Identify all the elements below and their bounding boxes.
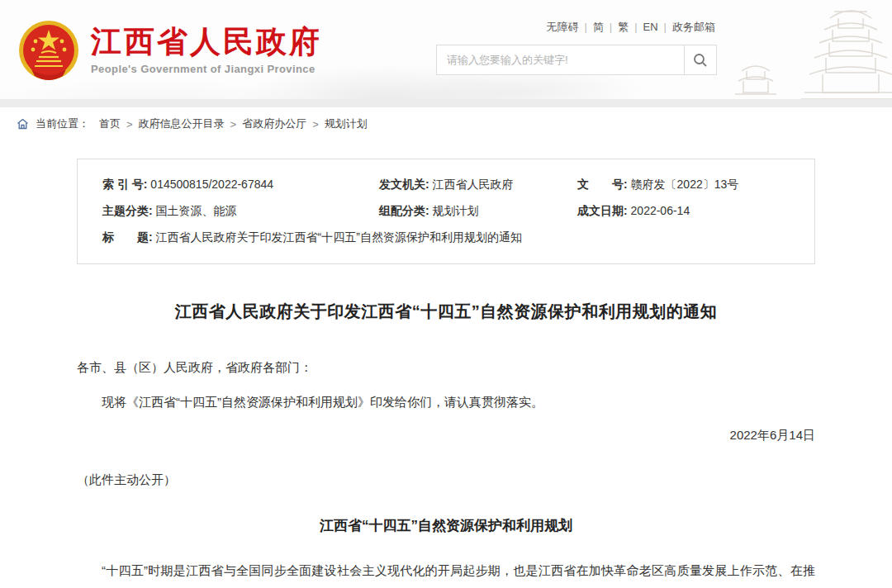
home-icon[interactable]: [17, 118, 29, 130]
pavilion-illustration-icon: [710, 0, 892, 99]
breadcrumb-plans[interactable]: 规划计划: [325, 116, 368, 131]
link-english[interactable]: EN: [642, 21, 660, 33]
meta-issuing-agency: 发文机关: 江西省人民政府: [379, 171, 577, 197]
link-simplified[interactable]: 简: [591, 21, 605, 33]
meta-theme-category: 主题分类: 国土资源、能源: [102, 197, 379, 224]
paragraph-notice: 现将《江西省“十四五”自然资源保护和利用规划》印发给你们，请认真贯彻落实。: [77, 389, 815, 415]
site-title: 江西省人民政府: [91, 26, 322, 59]
breadcrumb-home[interactable]: 首页: [99, 116, 121, 131]
document-page: 索 引 号: 014500815/2022-67844 发文机关: 江西省人民政…: [77, 140, 815, 588]
link-gov-mail[interactable]: 政务邮箱: [671, 21, 717, 33]
publicity-note: （此件主动公开）: [77, 467, 815, 493]
search-input[interactable]: [436, 45, 685, 75]
breadcrumb: 当前位置： 首页 > 政府信息公开目录 > 省政府办公厅 > 规划计划: [0, 107, 892, 140]
salutation: 各市、县（区）人民政府，省政府各部门：: [77, 354, 815, 381]
meta-issue-date: 成文日期: 2022-06-14: [577, 197, 790, 224]
utility-links: 无障碍|简|繁|EN|政务邮箱: [436, 20, 717, 35]
document-date: 2022年6月14日: [77, 422, 815, 448]
breadcrumb-label: 当前位置：: [36, 116, 89, 131]
breadcrumb-info-catalog[interactable]: 政府信息公开目录: [139, 116, 225, 131]
meta-group-category: 组配分类: 规划计划: [379, 197, 577, 224]
site-subtitle: People's Government of Jiangxi Province: [91, 63, 322, 75]
breadcrumb-office[interactable]: 省政府办公厅: [242, 116, 306, 131]
search-button[interactable]: [685, 45, 717, 75]
site-header: 江西省人民政府 People's Government of Jiangxi P…: [0, 0, 892, 99]
document-body: 各市、县（区）人民政府，省政府各部门： 现将《江西省“十四五”自然资源保护和利用…: [77, 354, 815, 588]
plan-title: 江西省“十四五”自然资源保护和利用规划: [77, 513, 815, 539]
national-emblem-icon: [18, 20, 79, 81]
meta-document-number: 文 号: 赣府发〔2022〕13号: [577, 171, 790, 197]
meta-title: 标 题: 江西省人民政府关于印发江西省“十四五”自然资源保护和利用规划的通知: [102, 224, 790, 250]
site-brand: 江西省人民政府 People's Government of Jiangxi P…: [18, 20, 322, 81]
document-meta-table: 索 引 号: 014500815/2022-67844 发文机关: 江西省人民政…: [77, 159, 815, 264]
header-divider: [0, 99, 892, 107]
paragraph-plan-intro: “十四五”时期是江西省与全国同步全面建设社会主义现代化的开局起步期，也是江西省在…: [77, 557, 815, 588]
document-title: 江西省人民政府关于印发江西省“十四五”自然资源保护和利用规划的通知: [77, 301, 815, 323]
link-traditional[interactable]: 繁: [616, 21, 630, 33]
search-icon: [693, 53, 708, 68]
meta-index-number: 索 引 号: 014500815/2022-67844: [102, 171, 379, 197]
link-accessibility[interactable]: 无障碍: [544, 21, 580, 33]
